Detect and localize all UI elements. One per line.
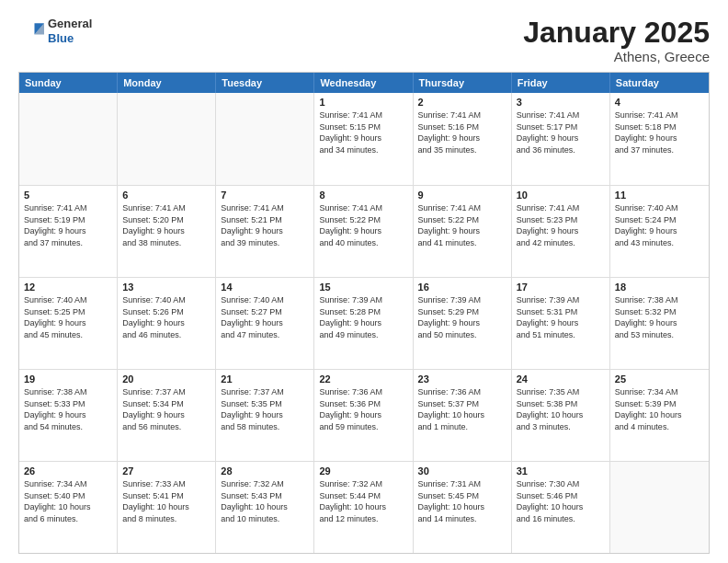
day-number: 23 — [418, 373, 506, 385]
cell-info-line: Sunset: 5:45 PM — [418, 490, 506, 502]
cell-info-line: and 4 minutes. — [615, 421, 704, 433]
calendar-cell: 17Sunrise: 7:39 AMSunset: 5:31 PMDayligh… — [512, 278, 610, 369]
cell-info-line: and 37 minutes. — [24, 237, 112, 249]
cell-info-line: Daylight: 9 hours — [221, 409, 309, 421]
calendar: SundayMondayTuesdayWednesdayThursdayFrid… — [18, 72, 710, 554]
day-number: 6 — [122, 190, 210, 201]
cell-info-line: Daylight: 9 hours — [24, 225, 112, 237]
cell-info-line: Sunset: 5:41 PM — [122, 490, 210, 502]
cell-info-line: Sunset: 5:19 PM — [24, 214, 112, 226]
logo: General Blue — [18, 17, 92, 45]
calendar-cell — [610, 462, 709, 553]
day-number: 2 — [418, 97, 506, 108]
cell-info-line: and 58 minutes. — [221, 421, 309, 433]
cell-info-line: Daylight: 10 hours — [418, 501, 506, 513]
calendar-cell: 12Sunrise: 7:40 AMSunset: 5:25 PMDayligh… — [19, 278, 118, 369]
calendar-cell: 6Sunrise: 7:41 AMSunset: 5:20 PMDaylight… — [118, 186, 216, 277]
cell-info-line: Sunrise: 7:40 AM — [122, 294, 210, 306]
calendar-week: 12Sunrise: 7:40 AMSunset: 5:25 PMDayligh… — [19, 277, 709, 369]
day-number: 16 — [418, 282, 506, 293]
cell-info-line: and 39 minutes. — [221, 237, 309, 249]
cell-info-line: Sunset: 5:44 PM — [319, 490, 407, 502]
cell-info-line: and 45 minutes. — [24, 329, 112, 341]
cell-info-line: Daylight: 10 hours — [24, 501, 112, 513]
cell-info-line: and 34 minutes. — [319, 144, 407, 156]
cell-info-line: Sunrise: 7:41 AM — [418, 202, 506, 214]
day-number: 27 — [122, 465, 210, 477]
cell-info-line: Sunrise: 7:41 AM — [517, 202, 605, 214]
cell-info-line: and 38 minutes. — [122, 237, 210, 249]
day-number: 22 — [319, 373, 407, 385]
day-number: 29 — [319, 465, 407, 477]
logo-general-text: General — [48, 17, 92, 31]
cell-info-line: Sunset: 5:17 PM — [517, 121, 605, 133]
cell-info-line: Sunrise: 7:32 AM — [221, 478, 309, 490]
cell-info-line: Sunset: 5:16 PM — [418, 121, 506, 133]
cell-info-line: Sunset: 5:18 PM — [615, 121, 704, 133]
calendar-cell: 9Sunrise: 7:41 AMSunset: 5:22 PMDaylight… — [414, 186, 512, 277]
cell-info-line: and 40 minutes. — [319, 237, 407, 249]
cell-info-line: and 14 minutes. — [418, 513, 506, 525]
cell-info-line: and 10 minutes. — [221, 513, 309, 525]
cell-info-line: Daylight: 10 hours — [517, 409, 605, 421]
cell-info-line: and 46 minutes. — [122, 329, 210, 341]
cell-info-line: Sunrise: 7:41 AM — [319, 202, 407, 214]
day-number: 26 — [24, 465, 112, 477]
day-number: 18 — [615, 282, 704, 293]
cell-info-line: Sunrise: 7:41 AM — [24, 202, 112, 214]
cell-info-line: Sunrise: 7:40 AM — [221, 294, 309, 306]
weekday-header: Thursday — [414, 73, 512, 93]
day-number: 30 — [418, 465, 506, 477]
cell-info-line: Sunset: 5:40 PM — [24, 490, 112, 502]
calendar-cell: 27Sunrise: 7:33 AMSunset: 5:41 PMDayligh… — [118, 462, 216, 553]
cell-info-line: Sunrise: 7:40 AM — [615, 202, 704, 214]
weekday-header: Tuesday — [216, 73, 314, 93]
calendar-header: SundayMondayTuesdayWednesdayThursdayFrid… — [19, 73, 709, 93]
cell-info-line: and 1 minute. — [418, 421, 506, 433]
weekday-header: Wednesday — [314, 73, 413, 93]
day-number: 21 — [221, 373, 309, 385]
weekday-header: Friday — [512, 73, 610, 93]
cell-info-line: Sunrise: 7:38 AM — [24, 386, 112, 398]
cell-info-line: Sunrise: 7:36 AM — [418, 386, 506, 398]
cell-info-line: Daylight: 9 hours — [418, 132, 506, 144]
cell-info-line: and 8 minutes. — [122, 513, 210, 525]
calendar-cell: 14Sunrise: 7:40 AMSunset: 5:27 PMDayligh… — [216, 278, 314, 369]
logo-text: General Blue — [48, 17, 92, 45]
cell-info-line: Sunset: 5:22 PM — [418, 214, 506, 226]
cell-info-line: Sunset: 5:29 PM — [418, 306, 506, 318]
cell-info-line: Daylight: 9 hours — [517, 132, 605, 144]
cell-info-line: Sunrise: 7:41 AM — [221, 202, 309, 214]
calendar-cell: 29Sunrise: 7:32 AMSunset: 5:44 PMDayligh… — [314, 462, 413, 553]
weekday-header: Monday — [118, 73, 216, 93]
cell-info-line: Sunset: 5:15 PM — [319, 121, 407, 133]
calendar-cell: 24Sunrise: 7:35 AMSunset: 5:38 PMDayligh… — [512, 370, 610, 461]
day-number: 11 — [615, 190, 704, 201]
cell-info-line: Daylight: 9 hours — [615, 317, 704, 329]
cell-info-line: Sunset: 5:28 PM — [319, 306, 407, 318]
cell-info-line: and 16 minutes. — [517, 513, 605, 525]
day-number: 1 — [319, 97, 407, 108]
cell-info-line: Daylight: 9 hours — [319, 409, 407, 421]
calendar-cell: 3Sunrise: 7:41 AMSunset: 5:17 PMDaylight… — [512, 93, 610, 185]
day-number: 31 — [517, 465, 605, 477]
cell-info-line: Daylight: 10 hours — [418, 409, 506, 421]
calendar-cell: 21Sunrise: 7:37 AMSunset: 5:35 PMDayligh… — [216, 370, 314, 461]
day-number: 28 — [221, 465, 309, 477]
cell-info-line: Sunset: 5:34 PM — [122, 398, 210, 410]
calendar-cell: 7Sunrise: 7:41 AMSunset: 5:21 PMDaylight… — [216, 186, 314, 277]
cell-info-line: Sunset: 5:36 PM — [319, 398, 407, 410]
cell-info-line: and 6 minutes. — [24, 513, 112, 525]
cell-info-line: and 51 minutes. — [517, 329, 605, 341]
calendar-body: 1Sunrise: 7:41 AMSunset: 5:15 PMDaylight… — [19, 93, 709, 553]
cell-info-line: Daylight: 9 hours — [319, 132, 407, 144]
cell-info-line: Sunrise: 7:39 AM — [319, 294, 407, 306]
calendar-cell: 22Sunrise: 7:36 AMSunset: 5:36 PMDayligh… — [314, 370, 413, 461]
cell-info-line: and 49 minutes. — [319, 329, 407, 341]
cell-info-line: Daylight: 9 hours — [24, 409, 112, 421]
cell-info-line: Sunrise: 7:39 AM — [418, 294, 506, 306]
cell-info-line: Daylight: 9 hours — [418, 225, 506, 237]
cell-info-line: and 37 minutes. — [615, 144, 704, 156]
cell-info-line: Sunrise: 7:31 AM — [418, 478, 506, 490]
calendar-week: 1Sunrise: 7:41 AMSunset: 5:15 PMDaylight… — [19, 93, 709, 185]
